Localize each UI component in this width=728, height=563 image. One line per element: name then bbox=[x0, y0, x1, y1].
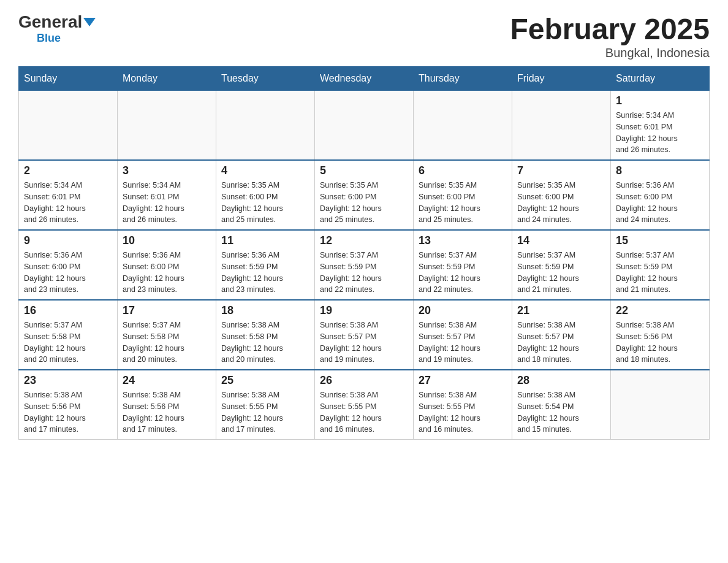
location-text: Bungkal, Indonesia bbox=[510, 46, 710, 60]
day-number: 10 bbox=[123, 234, 211, 247]
day-number: 3 bbox=[123, 164, 211, 177]
day-number: 16 bbox=[24, 304, 112, 317]
day-info: Sunrise: 5:38 AMSunset: 5:54 PMDaylight:… bbox=[517, 389, 605, 435]
calendar-week-row: 1Sunrise: 5:34 AMSunset: 6:01 PMDaylight… bbox=[19, 91, 710, 161]
month-title: February 2025 bbox=[510, 12, 710, 46]
table-row bbox=[414, 91, 512, 161]
table-row bbox=[216, 91, 315, 161]
day-number: 23 bbox=[24, 374, 112, 387]
day-number: 27 bbox=[419, 374, 507, 387]
day-number: 6 bbox=[419, 164, 507, 177]
day-number: 11 bbox=[221, 234, 309, 247]
day-number: 22 bbox=[616, 304, 704, 317]
day-info: Sunrise: 5:37 AMSunset: 5:59 PMDaylight:… bbox=[320, 250, 408, 296]
day-info: Sunrise: 5:37 AMSunset: 5:59 PMDaylight:… bbox=[517, 250, 605, 296]
col-saturday: Saturday bbox=[611, 67, 710, 91]
day-number: 2 bbox=[24, 164, 112, 177]
day-info: Sunrise: 5:35 AMSunset: 6:00 PMDaylight:… bbox=[517, 180, 605, 226]
day-info: Sunrise: 5:38 AMSunset: 5:56 PMDaylight:… bbox=[123, 389, 211, 435]
table-row: 1Sunrise: 5:34 AMSunset: 6:01 PMDaylight… bbox=[611, 91, 710, 161]
table-row: 26Sunrise: 5:38 AMSunset: 5:55 PMDayligh… bbox=[315, 370, 414, 440]
calendar-week-row: 16Sunrise: 5:37 AMSunset: 5:58 PMDayligh… bbox=[19, 300, 710, 370]
table-row bbox=[19, 91, 118, 161]
table-row: 7Sunrise: 5:35 AMSunset: 6:00 PMDaylight… bbox=[512, 160, 611, 230]
table-row: 8Sunrise: 5:36 AMSunset: 6:00 PMDaylight… bbox=[611, 160, 710, 230]
table-row: 12Sunrise: 5:37 AMSunset: 5:59 PMDayligh… bbox=[315, 230, 414, 300]
day-number: 8 bbox=[616, 164, 704, 177]
day-number: 5 bbox=[320, 164, 408, 177]
day-number: 14 bbox=[517, 234, 605, 247]
table-row: 25Sunrise: 5:38 AMSunset: 5:55 PMDayligh… bbox=[216, 370, 315, 440]
page-header: General Blue February 2025 Bungkal, Indo… bbox=[18, 12, 710, 60]
day-info: Sunrise: 5:37 AMSunset: 5:59 PMDaylight:… bbox=[616, 250, 704, 296]
day-info: Sunrise: 5:38 AMSunset: 5:57 PMDaylight:… bbox=[320, 320, 408, 366]
table-row: 24Sunrise: 5:38 AMSunset: 5:56 PMDayligh… bbox=[118, 370, 216, 440]
day-number: 24 bbox=[123, 374, 211, 387]
col-thursday: Thursday bbox=[414, 67, 512, 91]
table-row bbox=[118, 91, 216, 161]
table-row: 22Sunrise: 5:38 AMSunset: 5:56 PMDayligh… bbox=[611, 300, 710, 370]
logo: General Blue bbox=[18, 12, 96, 45]
table-row: 23Sunrise: 5:38 AMSunset: 5:56 PMDayligh… bbox=[19, 370, 118, 440]
col-sunday: Sunday bbox=[19, 67, 118, 91]
day-info: Sunrise: 5:38 AMSunset: 5:55 PMDaylight:… bbox=[419, 389, 507, 435]
day-number: 28 bbox=[517, 374, 605, 387]
day-number: 15 bbox=[616, 234, 704, 247]
day-info: Sunrise: 5:37 AMSunset: 5:59 PMDaylight:… bbox=[419, 250, 507, 296]
table-row: 2Sunrise: 5:34 AMSunset: 6:01 PMDaylight… bbox=[19, 160, 118, 230]
day-info: Sunrise: 5:36 AMSunset: 6:00 PMDaylight:… bbox=[123, 250, 211, 296]
day-number: 25 bbox=[221, 374, 309, 387]
day-number: 20 bbox=[419, 304, 507, 317]
day-info: Sunrise: 5:38 AMSunset: 5:55 PMDaylight:… bbox=[221, 389, 309, 435]
table-row: 4Sunrise: 5:35 AMSunset: 6:00 PMDaylight… bbox=[216, 160, 315, 230]
table-row: 6Sunrise: 5:35 AMSunset: 6:00 PMDaylight… bbox=[414, 160, 512, 230]
day-info: Sunrise: 5:38 AMSunset: 5:55 PMDaylight:… bbox=[320, 389, 408, 435]
day-number: 19 bbox=[320, 304, 408, 317]
day-number: 7 bbox=[517, 164, 605, 177]
day-number: 9 bbox=[24, 234, 112, 247]
table-row: 5Sunrise: 5:35 AMSunset: 6:00 PMDaylight… bbox=[315, 160, 414, 230]
table-row: 16Sunrise: 5:37 AMSunset: 5:58 PMDayligh… bbox=[19, 300, 118, 370]
day-info: Sunrise: 5:38 AMSunset: 5:56 PMDaylight:… bbox=[616, 320, 704, 366]
day-info: Sunrise: 5:35 AMSunset: 6:00 PMDaylight:… bbox=[419, 180, 507, 226]
logo-general-text: General bbox=[18, 12, 82, 32]
table-row: 19Sunrise: 5:38 AMSunset: 5:57 PMDayligh… bbox=[315, 300, 414, 370]
table-row: 17Sunrise: 5:37 AMSunset: 5:58 PMDayligh… bbox=[118, 300, 216, 370]
day-info: Sunrise: 5:35 AMSunset: 6:00 PMDaylight:… bbox=[221, 180, 309, 226]
day-info: Sunrise: 5:34 AMSunset: 6:01 PMDaylight:… bbox=[616, 110, 704, 156]
table-row: 3Sunrise: 5:34 AMSunset: 6:01 PMDaylight… bbox=[118, 160, 216, 230]
logo-blue-text: Blue bbox=[37, 32, 61, 45]
table-row: 15Sunrise: 5:37 AMSunset: 5:59 PMDayligh… bbox=[611, 230, 710, 300]
table-row: 18Sunrise: 5:38 AMSunset: 5:58 PMDayligh… bbox=[216, 300, 315, 370]
day-number: 18 bbox=[221, 304, 309, 317]
table-row: 11Sunrise: 5:36 AMSunset: 5:59 PMDayligh… bbox=[216, 230, 315, 300]
day-number: 21 bbox=[517, 304, 605, 317]
col-monday: Monday bbox=[118, 67, 216, 91]
day-info: Sunrise: 5:36 AMSunset: 6:00 PMDaylight:… bbox=[24, 250, 112, 296]
calendar-week-row: 23Sunrise: 5:38 AMSunset: 5:56 PMDayligh… bbox=[19, 370, 710, 440]
col-friday: Friday bbox=[512, 67, 611, 91]
day-info: Sunrise: 5:38 AMSunset: 5:56 PMDaylight:… bbox=[24, 389, 112, 435]
table-row: 28Sunrise: 5:38 AMSunset: 5:54 PMDayligh… bbox=[512, 370, 611, 440]
day-number: 13 bbox=[419, 234, 507, 247]
day-info: Sunrise: 5:38 AMSunset: 5:58 PMDaylight:… bbox=[221, 320, 309, 366]
table-row: 21Sunrise: 5:38 AMSunset: 5:57 PMDayligh… bbox=[512, 300, 611, 370]
title-block: February 2025 Bungkal, Indonesia bbox=[510, 12, 710, 60]
table-row: 14Sunrise: 5:37 AMSunset: 5:59 PMDayligh… bbox=[512, 230, 611, 300]
day-info: Sunrise: 5:36 AMSunset: 5:59 PMDaylight:… bbox=[221, 250, 309, 296]
table-row: 10Sunrise: 5:36 AMSunset: 6:00 PMDayligh… bbox=[118, 230, 216, 300]
day-number: 17 bbox=[123, 304, 211, 317]
day-number: 1 bbox=[616, 94, 704, 107]
table-row bbox=[611, 370, 710, 440]
calendar-week-row: 2Sunrise: 5:34 AMSunset: 6:01 PMDaylight… bbox=[19, 160, 710, 230]
day-info: Sunrise: 5:38 AMSunset: 5:57 PMDaylight:… bbox=[517, 320, 605, 366]
table-row: 13Sunrise: 5:37 AMSunset: 5:59 PMDayligh… bbox=[414, 230, 512, 300]
logo-triangle-icon bbox=[83, 18, 96, 26]
day-info: Sunrise: 5:34 AMSunset: 6:01 PMDaylight:… bbox=[24, 180, 112, 226]
day-number: 12 bbox=[320, 234, 408, 247]
calendar-week-row: 9Sunrise: 5:36 AMSunset: 6:00 PMDaylight… bbox=[19, 230, 710, 300]
day-info: Sunrise: 5:34 AMSunset: 6:01 PMDaylight:… bbox=[123, 180, 211, 226]
day-info: Sunrise: 5:38 AMSunset: 5:57 PMDaylight:… bbox=[419, 320, 507, 366]
table-row: 9Sunrise: 5:36 AMSunset: 6:00 PMDaylight… bbox=[19, 230, 118, 300]
day-info: Sunrise: 5:37 AMSunset: 5:58 PMDaylight:… bbox=[123, 320, 211, 366]
